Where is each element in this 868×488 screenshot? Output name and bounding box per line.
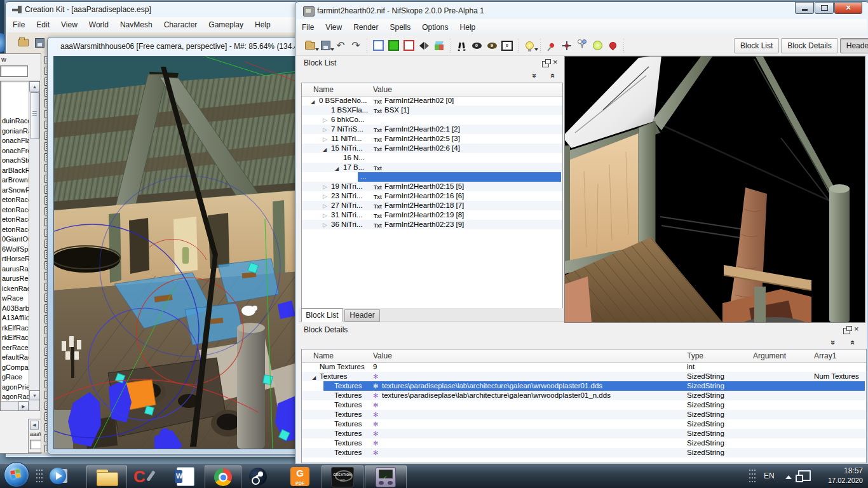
menu-item-world[interactable]: World xyxy=(83,18,114,32)
perspective-cube-icon[interactable] xyxy=(431,38,447,53)
nif-3d-render-view[interactable] xyxy=(564,56,865,323)
race-list-item[interactable]: onachFla xyxy=(1,136,29,146)
menu-item-help[interactable]: Help xyxy=(454,20,482,34)
frame-selection-icon[interactable]: 0 xyxy=(499,38,515,53)
location-pin-icon[interactable] xyxy=(605,38,620,53)
race-list-item[interactable]: etonRace xyxy=(1,225,29,235)
block-list-row[interactable]: 1 BSXFla...TxtBSX [1] xyxy=(302,105,562,115)
taskbar-ccleaner-icon[interactable]: C xyxy=(130,465,155,488)
menu-item-view[interactable]: View xyxy=(55,18,83,32)
taskbar-nifskope-icon[interactable]: ✓ xyxy=(365,465,407,488)
race-listbox[interactable]: duinRacegonianRaonachFlaonachFrconachStc… xyxy=(0,81,40,411)
block-list-row[interactable]: ◢15 NiTri...TxtFarmInt2Hearth02:6 [4] xyxy=(302,144,562,153)
scroll-down-button[interactable]: ▼ xyxy=(29,390,40,400)
menu-item-view[interactable]: View xyxy=(320,20,348,34)
show-hidden-icon[interactable]: 9 xyxy=(484,38,499,53)
race-list-hscrollbar[interactable]: ▶ xyxy=(1,401,29,411)
lighting-icon[interactable] xyxy=(522,38,537,53)
race-list-item[interactable]: gonianRa xyxy=(1,126,29,137)
scroll-up-button[interactable]: ▲ xyxy=(29,81,40,92)
block-details-row[interactable]: Textures✻textures\paradiseplase\lab\arch… xyxy=(302,381,866,391)
view-box-red-icon[interactable] xyxy=(401,38,416,53)
race-list-item[interactable]: arBlackR xyxy=(1,166,29,176)
race-list-item[interactable]: efaultRace xyxy=(1,353,29,363)
move-axes-icon[interactable] xyxy=(559,38,574,53)
race-list-item[interactable]: rkElfRace xyxy=(1,323,29,334)
view-box-green-icon[interactable] xyxy=(386,38,401,53)
block-details-table[interactable]: NameValueTypeArgumentArray1 Num Textures… xyxy=(301,349,867,463)
race-list-item[interactable]: arSnowR xyxy=(1,186,29,196)
dock-tab-block-list[interactable]: Block List xyxy=(301,308,343,322)
save-icon[interactable] xyxy=(318,38,333,53)
race-list-item[interactable]: gCompar xyxy=(1,363,29,373)
close-button[interactable]: ✕ xyxy=(834,2,862,14)
save-icon[interactable] xyxy=(35,38,44,48)
race-list-item[interactable]: wRace xyxy=(1,294,29,304)
block-list-row[interactable]: ▷7 NiTriS...TxtFarmInt2Hearth02:1 [2] xyxy=(302,125,562,134)
dock-float-icon[interactable] xyxy=(542,61,549,67)
block-details-row[interactable]: Textures✻SizedString xyxy=(302,448,866,458)
dock-tab-header[interactable]: Header xyxy=(344,309,380,322)
ck-3d-viewport[interactable] xyxy=(53,56,302,449)
clock-date[interactable]: 17.02.2020 xyxy=(813,477,863,484)
race-list-item[interactable]: etonRace xyxy=(1,205,29,215)
taskbar-explorer-icon[interactable] xyxy=(86,465,127,488)
race-list-item[interactable]: 6WolfSpi xyxy=(1,245,29,255)
race-list-item[interactable]: onachFrc xyxy=(1,146,29,156)
toolbar-button-block-details[interactable]: Block Details xyxy=(781,38,837,53)
race-list-item[interactable]: A13Afflicte xyxy=(1,313,29,323)
toolbar-button-header[interactable]: Header xyxy=(840,38,868,53)
collapse-all-icon[interactable]: » xyxy=(846,337,857,348)
block-list-row[interactable]: ◢0 BSFadeNo...TxtFarmInt2Hearth02 [0] xyxy=(302,96,562,105)
taskbar-chrome-icon[interactable] xyxy=(205,465,241,488)
scroll-right-button[interactable]: ▶ xyxy=(18,402,29,411)
block-list-row[interactable]: ▷23 NiTri...TxtFarmInt2Hearth02:16 [6] xyxy=(302,191,562,201)
block-details-row[interactable]: Textures✻SizedString xyxy=(302,438,866,448)
race-list-item[interactable]: duinRace xyxy=(1,116,29,126)
clock-time[interactable]: 18:57 xyxy=(818,466,863,475)
block-list-row[interactable]: ▷31 NiTri...TxtFarmInt2Hearth02:19 [8] xyxy=(302,210,562,220)
block-details-row[interactable]: Textures✻SizedString xyxy=(302,419,866,429)
race-list-item[interactable]: rtHorseR. xyxy=(1,254,29,264)
block-list-tree[interactable]: NameValue ◢0 BSFadeNo...TxtFarmInt2Heart… xyxy=(301,83,563,309)
menu-item-edit[interactable]: Edit xyxy=(31,18,55,32)
menu-item-help[interactable]: Help xyxy=(249,18,276,32)
block-list-row[interactable]: ▷27 NiTri...TxtFarmInt2Hearth02:18 [7] xyxy=(302,201,562,210)
taskbar-foxit-icon[interactable]: G PDF xyxy=(286,465,314,488)
race-list-item[interactable]: etonRace xyxy=(1,215,29,225)
taskbar-word-icon[interactable]: W xyxy=(173,465,198,488)
scroll-thumb[interactable] xyxy=(30,92,39,139)
block-list-row[interactable]: ▷36 NiTri...TxtFarmInt2Hearth02:23 [9] xyxy=(302,220,562,229)
race-list-item[interactable]: agonPries xyxy=(1,383,29,393)
block-list-row[interactable]: ◢17 B...Txt xyxy=(302,163,562,172)
block-list-row[interactable]: ▷19 NiTri...TxtFarmInt2Hearth02:15 [5] xyxy=(302,182,562,191)
mini-scroll-left[interactable]: ◀ xyxy=(30,421,39,430)
flip-view-icon[interactable] xyxy=(416,38,431,53)
block-details-row[interactable]: Textures✻SizedString xyxy=(302,400,866,410)
load-icon[interactable] xyxy=(302,38,318,53)
maximize-button[interactable] xyxy=(815,2,834,14)
block-details-header[interactable]: NameValueTypeArgumentArray1 xyxy=(302,349,866,363)
filter-input[interactable] xyxy=(0,65,28,77)
block-list-row[interactable]: ▷11 NiTri...TxtFarmInt2Hearth02:5 [3] xyxy=(302,134,562,144)
block-details-row[interactable]: Num Textures9int xyxy=(302,362,866,372)
menu-item-options[interactable]: Options xyxy=(416,20,454,34)
collapse-all-icon[interactable]: » xyxy=(546,71,557,81)
race-list-item[interactable]: eerRace xyxy=(1,343,29,353)
dock-close-icon[interactable]: × xyxy=(553,59,558,65)
view-box-blue-icon[interactable] xyxy=(370,38,386,53)
race-list-item[interactable]: etonRace xyxy=(1,195,29,205)
block-details-row[interactable]: Textures✻SizedString xyxy=(302,410,866,419)
race-list-scrollbar[interactable]: ▲ ▼ xyxy=(29,81,39,410)
menu-item-character[interactable]: Character xyxy=(158,18,203,32)
block-list-row[interactable]: 16 N... xyxy=(302,153,562,163)
yellow-circle-icon[interactable] xyxy=(590,38,605,53)
race-list-item[interactable]: 0GiantOu xyxy=(1,234,29,245)
minimize-button[interactable] xyxy=(795,2,814,14)
menu-item-file[interactable]: File xyxy=(296,20,320,34)
network-icon[interactable] xyxy=(798,470,811,481)
start-button[interactable] xyxy=(4,462,29,487)
race-list-item[interactable]: aurusRea xyxy=(1,274,29,284)
pin-icon[interactable] xyxy=(544,38,559,53)
menu-item-navmesh[interactable]: NavMesh xyxy=(114,18,158,32)
